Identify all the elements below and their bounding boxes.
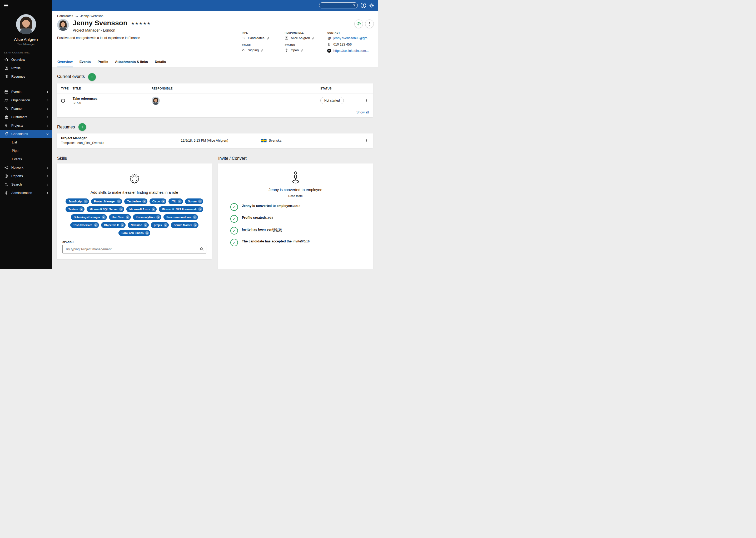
hamburger-menu-icon[interactable] xyxy=(3,3,9,8)
tag-icon xyxy=(4,132,8,136)
sidebar-item-search[interactable]: Search xyxy=(0,180,52,189)
current-events-card: TYPE TITLE RESPONSIBLE STATUS Take refer… xyxy=(57,83,373,117)
chevron-down-icon xyxy=(46,133,49,136)
remove-skill-icon[interactable]: × xyxy=(80,207,83,211)
sidebar-subitem-list[interactable]: List xyxy=(0,138,52,147)
resume-modified: 12/9/18, 5:13 PM (Alice Ahlgren) xyxy=(148,139,261,142)
read-more-link[interactable]: Read more xyxy=(288,194,302,197)
sidebar-item-network[interactable]: Network xyxy=(0,163,52,172)
event-type-circle-icon[interactable] xyxy=(61,99,65,103)
remove-skill-icon[interactable]: × xyxy=(84,199,88,203)
remove-skill-icon[interactable]: × xyxy=(161,199,165,203)
edit-stage-pencil-icon[interactable] xyxy=(261,49,264,52)
pipe-value: Candidates xyxy=(248,36,264,40)
edit-responsible-pencil-icon[interactable] xyxy=(312,36,315,40)
topbar-search-box[interactable] xyxy=(319,2,358,8)
resume-kebab-icon[interactable] xyxy=(364,138,369,143)
column-status: STATUS xyxy=(320,87,360,90)
event-responsible-avatar xyxy=(152,97,160,105)
resumes-card: Project ManagerTemplate: Lean_Flex_Svens… xyxy=(57,134,373,148)
tab-attachments-links[interactable]: Attachments & links xyxy=(115,60,148,67)
search-icon[interactable] xyxy=(352,4,355,7)
edit-pipe-pencil-icon[interactable] xyxy=(267,36,270,40)
remove-skill-icon[interactable]: × xyxy=(145,231,149,235)
resume-row: Project ManagerTemplate: Lean_Flex_Svens… xyxy=(57,134,373,148)
resumes-header: Resumes xyxy=(57,123,373,131)
event-title-cell[interactable]: Take references5/1/20 xyxy=(73,97,152,104)
remove-skill-icon[interactable]: × xyxy=(142,199,146,203)
phone-icon xyxy=(327,42,331,46)
settings-gear-icon[interactable] xyxy=(369,3,375,8)
breadcrumb-candidates-link[interactable]: Candidates xyxy=(57,14,73,18)
remove-skill-icon[interactable]: × xyxy=(126,215,130,219)
linkedin-link[interactable]: https://se.linkedin.com... xyxy=(333,49,368,53)
skill-chip: projek× xyxy=(151,222,169,228)
sidebar-subitem-pipe[interactable]: Pipe xyxy=(0,147,52,155)
remove-skill-icon[interactable]: × xyxy=(156,215,160,219)
remove-skill-icon[interactable]: × xyxy=(178,199,182,203)
event-row: Take references5/1/20Not started xyxy=(57,93,373,108)
sidebar-item-planner[interactable]: Planner xyxy=(0,104,52,113)
info-col-responsible-status: RESPONSIBLE Alice Ahlgren STATUS Open xyxy=(280,31,323,56)
tab-details[interactable]: Details xyxy=(155,60,166,67)
sidebar-item-candidates[interactable]: Candidates xyxy=(0,130,52,138)
chevron-right-icon xyxy=(46,107,49,111)
show-all-link[interactable]: Show all xyxy=(356,111,369,114)
search-icon xyxy=(199,247,204,251)
add-resume-button[interactable] xyxy=(79,123,86,131)
event-status-button[interactable]: Not started xyxy=(320,97,344,104)
remove-skill-icon[interactable]: × xyxy=(119,207,123,211)
tab-overview[interactable]: Overview xyxy=(57,60,73,67)
header-kebab-button[interactable] xyxy=(365,20,374,28)
sidebar-item-projects[interactable]: Projects xyxy=(0,121,52,130)
remove-skill-icon[interactable]: × xyxy=(198,199,202,203)
tab-events[interactable]: Events xyxy=(80,60,91,67)
event-row-kebab-icon[interactable] xyxy=(364,98,369,103)
remove-skill-icon[interactable]: × xyxy=(121,223,124,227)
sidebar-item-profile[interactable]: Profile xyxy=(0,64,52,72)
skills-title: Skills xyxy=(57,156,67,161)
email-link[interactable]: jenny.svensson93@gm... xyxy=(333,36,370,40)
sidebar-item-reports[interactable]: Reports xyxy=(0,172,52,180)
sidebar-item-organisation[interactable]: Organisation xyxy=(0,96,52,104)
breadcrumb: Candidates → Jenny Svensson xyxy=(57,14,103,18)
sidebar-item-label: Network xyxy=(11,166,46,170)
remove-skill-icon[interactable]: × xyxy=(198,207,202,211)
skills-search-input[interactable] xyxy=(62,245,206,253)
sidebar-item-customers[interactable]: Customers xyxy=(0,113,52,121)
current-events-header: Current events xyxy=(57,73,373,81)
remove-skill-icon[interactable]: × xyxy=(102,215,106,219)
gear-icon xyxy=(4,191,8,195)
skill-chip: Betalningslösningar× xyxy=(71,214,107,220)
tab-profile[interactable]: Profile xyxy=(97,60,108,67)
help-icon[interactable]: ? xyxy=(361,3,366,8)
remove-skill-icon[interactable]: × xyxy=(94,223,98,227)
sidebar-item-resumes[interactable]: Resumes xyxy=(0,72,52,81)
remove-skill-icon[interactable]: × xyxy=(193,223,197,227)
remove-skill-icon[interactable]: × xyxy=(164,223,167,227)
sidebar-item-administration[interactable]: Administration xyxy=(0,189,52,197)
rating-stars[interactable]: ★★★★★ xyxy=(131,21,151,26)
skill-chip: Scrum Master× xyxy=(171,222,198,228)
stage-cloud-icon xyxy=(242,48,245,52)
resume-language: Svenska xyxy=(261,139,281,142)
sidebar-item-events[interactable]: Events xyxy=(0,88,52,96)
invite-step: ✓Invite has been sent5/3/16 xyxy=(230,227,367,235)
remove-skill-icon[interactable]: × xyxy=(193,215,197,219)
remove-skill-icon[interactable]: × xyxy=(152,207,155,211)
chevron-right-icon xyxy=(46,166,49,170)
resume-info[interactable]: Project ManagerTemplate: Lean_Flex_Svens… xyxy=(61,136,148,145)
skill-chip: Bank och Finans× xyxy=(119,230,150,236)
remove-skill-icon[interactable]: × xyxy=(144,223,147,227)
kebab-icon xyxy=(367,22,372,26)
topbar-search-input[interactable] xyxy=(322,4,352,7)
edit-status-pencil-icon[interactable] xyxy=(301,49,304,52)
sidebar-item-overview[interactable]: Overview xyxy=(0,56,52,64)
watch-eye-button[interactable] xyxy=(354,20,363,28)
add-event-button[interactable] xyxy=(88,73,96,81)
breadcrumb-arrow-icon: → xyxy=(75,14,79,18)
pipe-label: PIPE xyxy=(242,31,276,34)
remove-skill-icon[interactable]: × xyxy=(117,199,121,203)
sidebar-subitem-events[interactable]: Events xyxy=(0,155,52,163)
invite-section: Invite / Convert Jenny is converted to e… xyxy=(218,154,373,269)
